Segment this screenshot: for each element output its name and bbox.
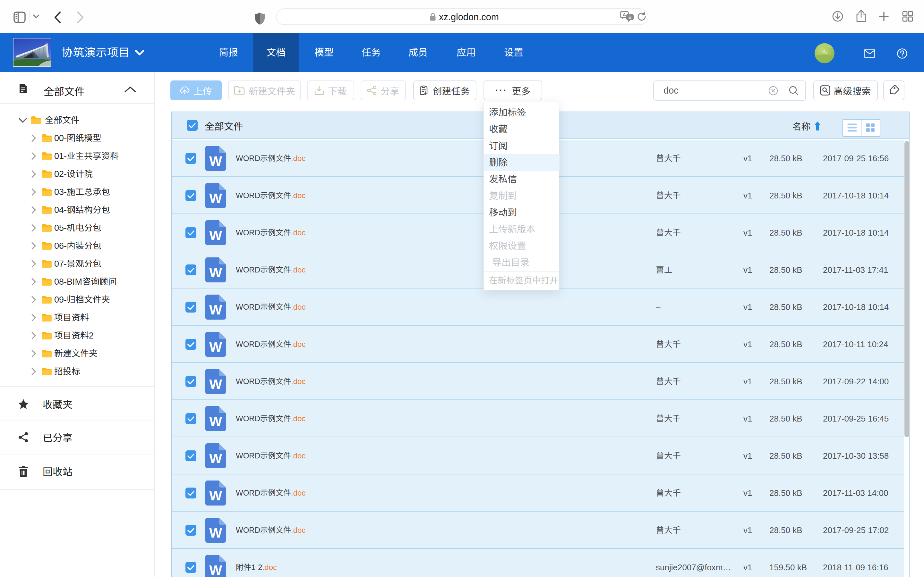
- svg-text:W: W: [209, 153, 222, 169]
- svg-text:W: W: [209, 302, 222, 318]
- svg-text:A: A: [623, 12, 626, 17]
- svg-text:W: W: [209, 191, 222, 206]
- svg-text:W: W: [209, 340, 222, 355]
- svg-text:W: W: [209, 525, 222, 540]
- svg-text:文: 文: [628, 14, 632, 20]
- svg-text:W: W: [209, 228, 222, 243]
- svg-text:W: W: [209, 451, 222, 466]
- svg-text:W: W: [209, 562, 222, 577]
- svg-text:W: W: [209, 377, 222, 392]
- svg-text:W: W: [209, 488, 222, 503]
- svg-text:W: W: [209, 265, 222, 280]
- svg-text:W: W: [209, 414, 222, 429]
